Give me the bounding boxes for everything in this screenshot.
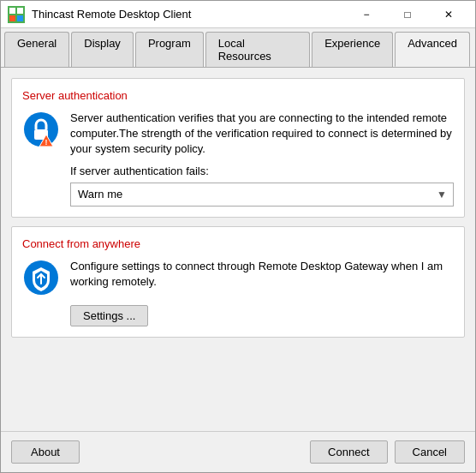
connect-anywhere-text: Configure settings to connect through Re… [70, 259, 454, 326]
server-auth-body: ! Server authentication verifies that yo… [22, 111, 454, 207]
main-content: Server authentication ! [1, 68, 475, 431]
app-icon [8, 6, 25, 23]
tabs-bar: General Display Program Local Resources … [1, 28, 475, 68]
lock-icon: ! [22, 111, 60, 148]
tab-general[interactable]: General [4, 32, 69, 67]
server-auth-title: Server authentication [22, 89, 454, 102]
tab-advanced[interactable]: Advanced [395, 32, 470, 67]
restore-button[interactable]: □ [388, 3, 427, 27]
tab-program[interactable]: Program [135, 32, 204, 67]
server-auth-text: Server authentication verifies that you … [70, 111, 454, 207]
close-button[interactable]: ✕ [429, 3, 468, 27]
footer-right: Connect Cancel [310, 440, 465, 464]
server-auth-desc: Server authentication verifies that you … [70, 111, 454, 158]
tab-experience[interactable]: Experience [312, 32, 393, 67]
svg-rect-2 [17, 8, 23, 14]
connect-anywhere-section: Connect from anywhere Configur [11, 226, 465, 338]
svg-rect-4 [17, 15, 23, 21]
footer: About Connect Cancel [1, 431, 475, 472]
server-auth-label: If server authentication fails: [70, 165, 454, 177]
svg-rect-1 [9, 8, 15, 14]
connect-anywhere-desc: Configure settings to connect through Re… [70, 259, 454, 290]
window-title: Thincast Remote Desktop Client [32, 8, 347, 21]
minimize-button[interactable]: − [347, 3, 386, 27]
window-controls: − □ ✕ [347, 3, 468, 27]
tab-local-resources[interactable]: Local Resources [205, 32, 310, 67]
main-window: Thincast Remote Desktop Client − □ ✕ Gen… [0, 0, 476, 473]
shield-icon [22, 259, 60, 296]
settings-button[interactable]: Settings ... [70, 305, 148, 326]
title-bar: Thincast Remote Desktop Client − □ ✕ [1, 1, 475, 28]
connect-button[interactable]: Connect [310, 440, 387, 464]
footer-left: About [11, 440, 80, 464]
empty-area [11, 346, 465, 421]
svg-text:!: ! [45, 138, 48, 147]
connect-anywhere-title: Connect from anywhere [22, 237, 454, 250]
tab-display[interactable]: Display [71, 32, 134, 67]
about-button[interactable]: About [11, 440, 80, 464]
auth-fail-dropdown[interactable]: Warn me Connect and don't warn me Do not… [70, 183, 454, 207]
cancel-button[interactable]: Cancel [395, 440, 465, 464]
connect-anywhere-body: Configure settings to connect through Re… [22, 259, 454, 326]
auth-dropdown-wrapper: Warn me Connect and don't warn me Do not… [70, 183, 454, 207]
server-auth-section: Server authentication ! [11, 78, 465, 218]
svg-rect-3 [9, 15, 15, 21]
